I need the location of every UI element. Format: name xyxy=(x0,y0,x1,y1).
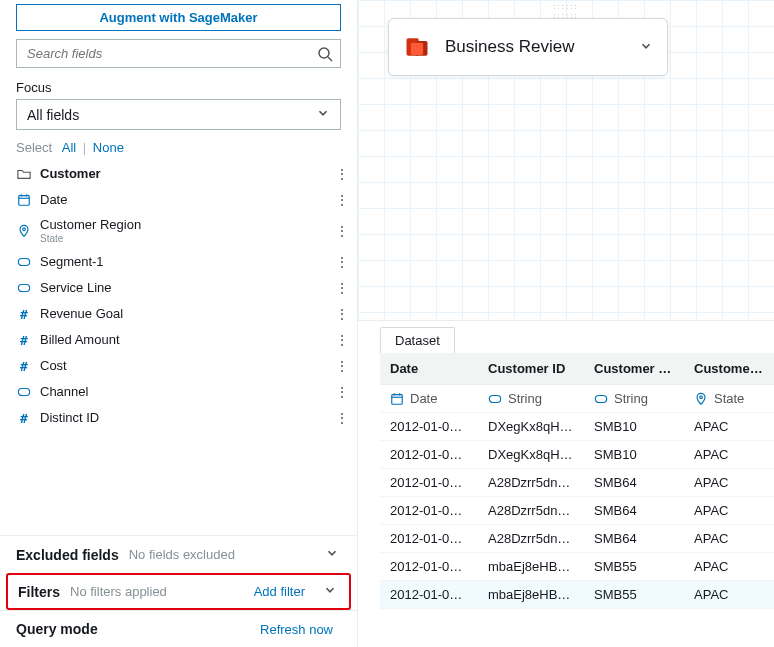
svg-line-1 xyxy=(328,57,332,61)
chevron-down-icon[interactable] xyxy=(323,583,339,600)
refresh-now-link[interactable]: Refresh now xyxy=(260,622,333,637)
geo-icon xyxy=(16,224,32,238)
field-item[interactable]: #Revenue Goal⋮ xyxy=(0,301,357,327)
column-header[interactable]: Date xyxy=(380,353,478,385)
column-type-cell[interactable]: String xyxy=(478,385,584,413)
search-icon xyxy=(317,46,333,62)
kebab-menu-icon[interactable]: ⋮ xyxy=(335,223,347,239)
dataset-table: DateCustomer IDCustomer …Customer .. Dat… xyxy=(380,353,774,609)
query-mode-section[interactable]: Query mode Refresh now xyxy=(0,610,357,647)
number-icon: # xyxy=(16,307,32,322)
chevron-down-icon xyxy=(316,106,330,123)
chevron-down-icon[interactable] xyxy=(325,546,341,563)
field-item[interactable]: Channel⋮ xyxy=(0,379,357,405)
folder-icon xyxy=(16,167,32,181)
field-name: Billed Amount xyxy=(40,333,327,347)
search-row xyxy=(16,39,341,68)
tabs: Dataset xyxy=(380,321,774,353)
field-name: Distinct ID xyxy=(40,411,327,425)
field-item[interactable]: Customer⋮ xyxy=(0,161,357,187)
table-cell: A28Dzrr5dn… xyxy=(478,497,584,525)
table-cell: 2012-01-01… xyxy=(380,441,478,469)
number-icon: # xyxy=(16,333,32,348)
kebab-menu-icon[interactable]: ⋮ xyxy=(335,306,347,322)
table-cell: SMB64 xyxy=(584,497,684,525)
table-cell: 2012-01-01… xyxy=(380,581,478,609)
svg-rect-18 xyxy=(595,395,606,402)
kebab-menu-icon[interactable]: ⋮ xyxy=(335,384,347,400)
table-row[interactable]: 2012-01-01…DXegKx8qH…SMB10APAC xyxy=(380,441,774,469)
table-cell: DXegKx8qH… xyxy=(478,413,584,441)
kebab-menu-icon[interactable]: ⋮ xyxy=(335,332,347,348)
filters-section[interactable]: Filters No filters applied Add filter xyxy=(6,573,351,610)
table-cell: mbaEj8eHB… xyxy=(478,581,584,609)
table-cell: 2012-01-01… xyxy=(380,553,478,581)
svg-point-6 xyxy=(23,228,26,231)
table-row[interactable]: 2012-01-01…A28Dzrr5dn…SMB64APAC xyxy=(380,469,774,497)
select-none-link[interactable]: None xyxy=(93,140,124,155)
table-row[interactable]: 2012-01-01…A28Dzrr5dn…SMB64APAC xyxy=(380,497,774,525)
table-row[interactable]: 2012-01-01…DXegKx8qH…SMB10APAC xyxy=(380,413,774,441)
column-header[interactable]: Customer .. xyxy=(684,353,774,385)
table-header-row: DateCustomer IDCustomer …Customer .. xyxy=(380,353,774,385)
column-type-cell[interactable]: Date xyxy=(380,385,478,413)
field-item[interactable]: Service Line⋮ xyxy=(0,275,357,301)
table-cell: APAC xyxy=(684,553,774,581)
drag-handle-icon[interactable]: :::::::::::: xyxy=(358,0,774,20)
column-header[interactable]: Customer ID xyxy=(478,353,584,385)
table-row[interactable]: 2012-01-01…A28Dzrr5dn…SMB64APAC xyxy=(380,525,774,553)
tab-dataset[interactable]: Dataset xyxy=(380,327,455,353)
kebab-menu-icon[interactable]: ⋮ xyxy=(335,166,347,182)
svg-rect-9 xyxy=(18,389,29,396)
separator: | xyxy=(83,140,86,155)
svg-rect-13 xyxy=(392,394,403,404)
table-cell: SMB55 xyxy=(584,581,684,609)
field-name: Segment-1 xyxy=(40,255,327,269)
kebab-menu-icon[interactable]: ⋮ xyxy=(335,192,347,208)
table-row[interactable]: 2012-01-01…mbaEj8eHB…SMB55APAC xyxy=(380,553,774,581)
field-item[interactable]: Segment-1⋮ xyxy=(0,249,357,275)
text-icon xyxy=(16,281,32,295)
select-all-link[interactable]: All xyxy=(62,140,76,155)
table-cell: APAC xyxy=(684,441,774,469)
augment-sagemaker-button[interactable]: Augment with SageMaker xyxy=(16,4,341,31)
kebab-menu-icon[interactable]: ⋮ xyxy=(335,280,347,296)
table-cell: A28Dzrr5dn… xyxy=(478,469,584,497)
field-item[interactable]: #Billed Amount⋮ xyxy=(0,327,357,353)
query-mode-title: Query mode xyxy=(16,621,98,637)
table-row[interactable]: 2012-01-01…mbaEj8eHB…SMB55APAC xyxy=(380,581,774,609)
column-header[interactable]: Customer … xyxy=(584,353,684,385)
kebab-menu-icon[interactable]: ⋮ xyxy=(335,254,347,270)
field-item[interactable]: Date⋮ xyxy=(0,187,357,213)
table-cell: SMB10 xyxy=(584,413,684,441)
svg-rect-7 xyxy=(18,259,29,266)
column-type-cell[interactable]: State xyxy=(684,385,774,413)
select-label: Select xyxy=(16,140,52,155)
search-input[interactable] xyxy=(16,39,341,68)
kebab-menu-icon[interactable]: ⋮ xyxy=(335,358,347,374)
dataset-card[interactable]: Business Review xyxy=(388,18,668,76)
svg-rect-17 xyxy=(489,395,500,402)
svg-point-19 xyxy=(700,395,703,398)
add-filter-link[interactable]: Add filter xyxy=(254,584,305,599)
text-icon xyxy=(16,385,32,399)
field-name: Service Line xyxy=(40,281,327,295)
table-cell: APAC xyxy=(684,469,774,497)
field-item[interactable]: #Distinct ID⋮ xyxy=(0,405,357,431)
excluded-title: Excluded fields xyxy=(16,547,119,563)
kebab-menu-icon[interactable]: ⋮ xyxy=(335,410,347,426)
field-item[interactable]: #Cost⋮ xyxy=(0,353,357,379)
dataset-table-wrap: Dataset DateCustomer IDCustomer …Custome… xyxy=(358,320,774,647)
chevron-down-icon[interactable] xyxy=(639,39,653,56)
focus-select[interactable]: All fields xyxy=(16,99,341,130)
field-item[interactable]: Customer RegionState⋮ xyxy=(0,213,357,249)
canvas-grid[interactable]: :::::::::::: Business Review xyxy=(358,0,774,320)
excluded-fields-section[interactable]: Excluded fields No fields excluded xyxy=(0,535,357,573)
column-type-cell[interactable]: String xyxy=(584,385,684,413)
table-cell: A28Dzrr5dn… xyxy=(478,525,584,553)
table-type-row: DateStringStringState xyxy=(380,385,774,413)
svg-rect-8 xyxy=(18,285,29,292)
field-name: Customer xyxy=(40,167,327,181)
number-icon: # xyxy=(16,411,32,426)
svg-rect-2 xyxy=(19,196,30,206)
